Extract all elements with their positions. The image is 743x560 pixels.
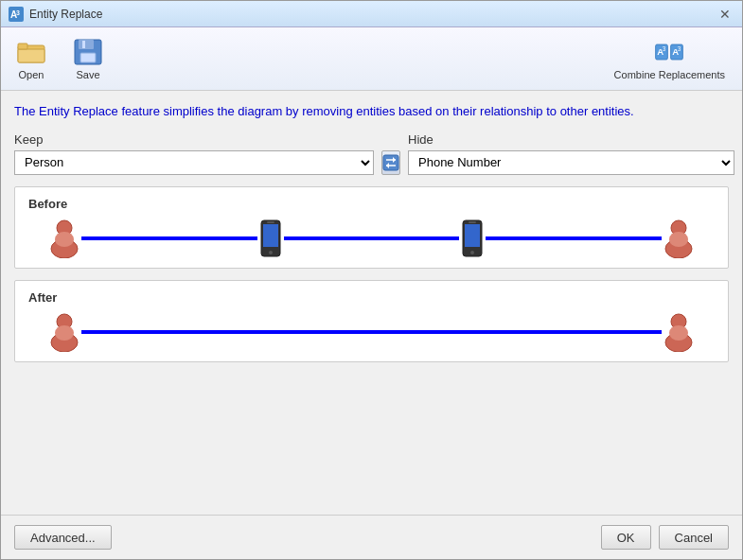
keep-select[interactable]: Person: [14, 150, 374, 175]
svg-point-25: [269, 251, 273, 254]
before-phone-1: [257, 219, 284, 258]
svg-rect-8: [82, 41, 85, 48]
keep-label: Keep: [14, 132, 374, 147]
after-line-1: [81, 330, 662, 334]
before-person-2: [662, 219, 696, 258]
svg-rect-4: [18, 44, 27, 49]
toolbar: Open Save A 3 A: [1, 27, 742, 91]
svg-rect-3: [18, 49, 44, 62]
combine-label: Combine Replacements: [614, 69, 725, 80]
combine-icon: A 3 A 3: [654, 37, 684, 67]
svg-point-36: [55, 325, 74, 341]
svg-rect-28: [465, 224, 480, 247]
cancel-button[interactable]: Cancel: [659, 525, 729, 550]
save-label: Save: [76, 69, 99, 80]
svg-rect-30: [469, 221, 476, 223]
after-diagram: [28, 312, 715, 352]
svg-text:3: 3: [663, 45, 666, 52]
hide-group: Hide Phone Number: [408, 132, 734, 175]
hide-label: Hide: [408, 132, 734, 147]
svg-text:3: 3: [678, 45, 681, 52]
before-diagram: [28, 219, 715, 258]
open-toolbar-item[interactable]: Open: [10, 33, 52, 84]
keep-group: Keep Person: [14, 132, 374, 175]
svg-rect-24: [263, 224, 278, 247]
before-phone-2: [459, 219, 486, 258]
svg-text:3: 3: [16, 9, 20, 16]
main-window: A 3 Entity Replace ✕ Open: [0, 0, 743, 560]
before-line-3: [486, 236, 662, 240]
open-icon: [16, 37, 46, 67]
before-person-1: [47, 219, 81, 258]
ok-button[interactable]: OK: [601, 525, 651, 550]
before-title: Before: [28, 197, 715, 211]
svg-rect-6: [79, 40, 94, 49]
advanced-button[interactable]: Advanced...: [14, 525, 112, 550]
description-text: The Entity Replace feature simplifies th…: [14, 102, 729, 121]
after-person-1: [47, 312, 81, 352]
svg-rect-15: [383, 155, 398, 170]
footer-right: OK Cancel: [601, 525, 729, 550]
before-line-2: [284, 236, 460, 240]
controls-row: Keep Person Hide Phone Number: [14, 132, 729, 175]
combine-toolbar-item[interactable]: A 3 A 3 Combine Replacements: [607, 33, 733, 84]
title-bar: A 3 Entity Replace ✕: [1, 1, 742, 27]
after-title: After: [28, 290, 715, 305]
svg-point-22: [55, 232, 74, 247]
svg-rect-7: [80, 53, 96, 62]
svg-rect-26: [267, 221, 274, 223]
save-icon: [73, 37, 103, 67]
hide-select[interactable]: Phone Number: [408, 150, 734, 175]
before-panel: Before: [14, 186, 729, 269]
after-person-2: [662, 312, 696, 352]
svg-point-29: [470, 251, 474, 254]
svg-point-33: [669, 232, 688, 247]
save-toolbar-item[interactable]: Save: [67, 33, 109, 84]
title-bar-left: A 3 Entity Replace: [9, 7, 102, 22]
window-title: Entity Replace: [29, 8, 102, 21]
open-label: Open: [19, 69, 44, 80]
after-panel: After: [14, 280, 729, 362]
close-button[interactable]: ✕: [716, 5, 734, 24]
swap-button[interactable]: [381, 150, 400, 175]
footer: Advanced... OK Cancel: [1, 515, 742, 559]
svg-point-39: [669, 325, 688, 341]
content-area: The Entity Replace feature simplifies th…: [1, 91, 742, 515]
app-icon: A 3: [9, 7, 24, 22]
before-line-1: [81, 236, 257, 240]
